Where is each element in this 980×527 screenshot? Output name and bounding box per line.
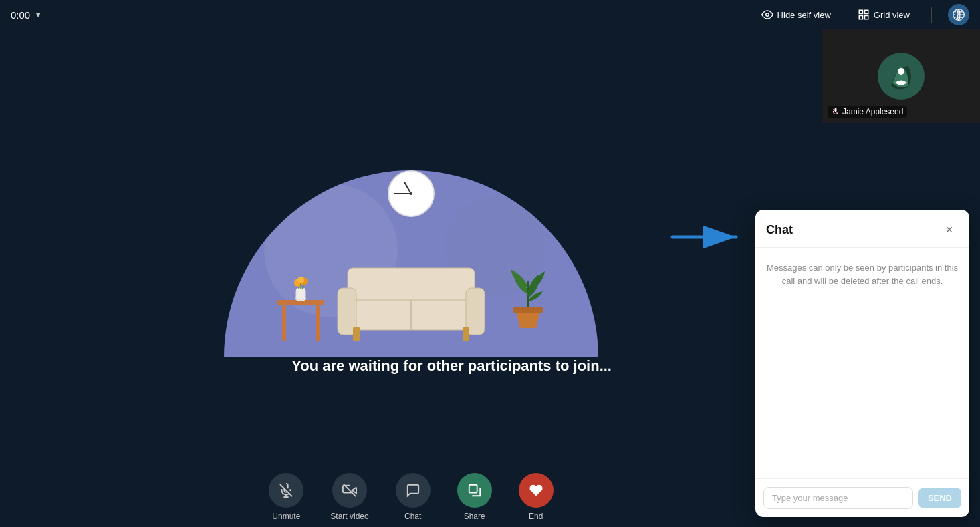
top-divider [931,7,932,23]
end-icon-circle [519,473,554,508]
side-table-svg [274,275,328,341]
avatar [878,53,925,100]
svg-rect-27 [513,307,543,313]
start-video-button[interactable]: Start video [330,473,368,521]
unmute-button[interactable]: Unmute [269,473,303,521]
clock-illustration [388,170,435,217]
svg-point-0 [765,13,769,17]
svg-point-7 [898,68,904,75]
bottom-toolbar: Unmute Start video Chat [0,467,822,527]
svg-rect-1 [859,10,862,13]
chat-header: Chat × [755,210,969,248]
main-area: You are waiting for other participants t… [0,0,822,527]
svg-rect-20 [296,288,305,300]
self-view-tile: Jamie Appleseed [822,29,980,123]
chat-icon [406,483,420,498]
chat-button[interactable]: Chat [396,473,431,521]
share-button[interactable]: Share [457,473,492,521]
globe-icon[interactable] [948,4,969,25]
svg-rect-17 [282,305,286,341]
chat-arrow [669,220,749,256]
top-right-controls: Hide self view Grid view [756,4,969,25]
svg-rect-4 [864,16,868,19]
clock-center [410,192,412,195]
plant-svg [501,261,555,341]
svg-rect-13 [353,327,360,341]
video-off-icon [342,483,357,498]
phone-end-icon [529,483,543,498]
chat-body: Messages can only be seen by participant… [755,248,969,478]
start-video-icon-circle [332,473,367,508]
globe-svg [952,8,965,21]
svg-rect-14 [463,327,469,341]
grid-icon [858,9,870,21]
chat-message-input[interactable] [763,487,913,509]
chat-panel: Chat × Messages can only be seen by part… [755,210,969,517]
hide-self-view-button[interactable]: Hide self view [756,6,836,23]
start-video-label: Start video [330,512,368,521]
mic-off-icon [832,108,840,116]
couch-svg [334,254,488,341]
timer-chevron-icon[interactable]: ▼ [34,10,42,19]
self-view-name-badge: Jamie Appleseed [828,106,907,118]
svg-rect-9 [348,268,475,305]
waiting-scene: You are waiting for other participants t… [211,130,612,397]
svg-rect-33 [469,485,477,493]
unmute-label: Unmute [272,512,300,521]
chat-footer: SEND [755,478,969,517]
chat-icon-circle [396,473,431,508]
eye-icon [761,9,773,21]
share-label: Share [464,512,485,521]
timer-display: 0:00 [11,9,30,21]
couch-illustration [334,254,488,344]
chat-notice: Messages can only be seen by participant… [766,261,959,287]
svg-point-23 [297,277,304,283]
self-view-name-text: Jamie Appleseed [842,107,903,116]
svg-rect-18 [316,305,320,341]
chat-title: Chat [766,223,793,237]
top-bar: 0:00 ▼ Hide self view Grid view [0,0,980,29]
waiting-message: You are waiting for other participants t… [291,357,612,375]
plant-illustration [501,261,555,344]
mic-off-icon [279,483,293,498]
share-icon [467,483,482,498]
unmute-icon-circle [269,473,303,508]
timer-area: 0:00 ▼ [11,9,42,21]
chat-label: Chat [404,512,421,521]
share-icon-circle [457,473,492,508]
svg-rect-3 [859,16,862,19]
arrow-svg [669,220,749,254]
end-label: End [529,512,543,521]
end-button[interactable]: End [519,473,554,521]
chat-send-button[interactable]: SEND [918,488,961,508]
svg-rect-2 [864,10,868,13]
chat-close-button[interactable]: × [940,220,959,239]
clock-minute-hand [394,193,411,194]
side-table-illustration [274,275,328,344]
avatar-logo [884,59,918,93]
grid-view-button[interactable]: Grid view [852,6,915,23]
